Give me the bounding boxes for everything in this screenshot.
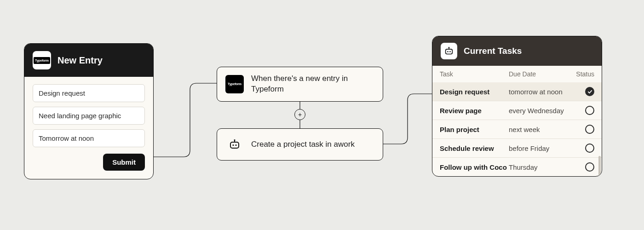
new-entry-title: New Entry	[58, 55, 103, 66]
svg-rect-5	[446, 49, 453, 54]
trigger-label: When there's a new entry in Typeform	[251, 74, 374, 95]
task-row[interactable]: Review pageevery Wednesday	[432, 101, 602, 120]
tasks-header: Current Tasks	[432, 36, 602, 66]
new-entry-header: Typeform New Entry	[24, 44, 153, 77]
svg-point-6	[447, 51, 448, 52]
svg-rect-0	[230, 142, 239, 148]
task-due: before Friday	[509, 144, 578, 152]
svg-point-1	[232, 144, 234, 146]
task-row[interactable]: Schedule reviewbefore Friday	[432, 138, 602, 157]
task-due: every Wednesday	[509, 107, 578, 115]
tasks-column-headers: Task Due Date Status	[432, 66, 602, 82]
svg-point-4	[234, 139, 235, 141]
task-name: Follow up with Coco	[440, 163, 509, 171]
tasks-table: Task Due Date Status Design requesttomor…	[432, 66, 602, 176]
svg-point-9	[448, 47, 450, 48]
status-done-icon[interactable]	[585, 87, 594, 96]
trigger-step[interactable]: Typeform When there's a new entry in Typ…	[217, 67, 383, 102]
new-entry-body: Submit	[24, 77, 153, 179]
col-due: Due Date	[509, 70, 578, 78]
status-open-icon[interactable]	[585, 125, 594, 134]
task-due: next week	[509, 126, 578, 133]
entry-field-0[interactable]	[33, 84, 145, 102]
add-step-button[interactable]: +	[294, 109, 305, 120]
typeform-icon: Typeform	[225, 75, 244, 93]
plus-icon: +	[298, 111, 302, 118]
typeform-icon: Typeform	[33, 51, 51, 69]
entry-field-1[interactable]	[33, 107, 145, 125]
new-entry-card: Typeform New Entry Submit	[24, 43, 154, 179]
task-name: Schedule review	[440, 144, 509, 152]
status-open-icon[interactable]	[585, 144, 594, 153]
task-due: Thursday	[509, 163, 578, 171]
task-row[interactable]: Design requesttomorrow at noon	[432, 82, 602, 101]
task-name: Plan project	[440, 126, 509, 133]
svg-point-2	[235, 144, 236, 146]
action-step[interactable]: Create a project task in awork	[217, 128, 383, 161]
task-due: tomorrow at noon	[509, 88, 578, 96]
status-open-icon[interactable]	[585, 106, 594, 115]
task-name: Design request	[440, 88, 509, 96]
col-task: Task	[440, 70, 509, 78]
awork-icon	[441, 43, 457, 59]
task-row[interactable]: Plan projectnext week	[432, 120, 602, 138]
awork-icon	[225, 135, 244, 154]
tasks-card: Current Tasks Task Due Date Status Desig…	[432, 36, 602, 177]
task-name: Review page	[440, 107, 509, 115]
tasks-title: Current Tasks	[464, 46, 522, 56]
status-open-icon[interactable]	[585, 162, 594, 172]
scrollbar[interactable]	[598, 156, 601, 177]
submit-button[interactable]: Submit	[103, 154, 145, 171]
action-label: Create a project task in awork	[251, 139, 355, 150]
task-row[interactable]: Follow up with CocoThursday	[432, 157, 602, 176]
entry-field-2[interactable]	[33, 129, 145, 147]
col-status: Status	[576, 70, 594, 78]
svg-point-7	[449, 51, 451, 52]
